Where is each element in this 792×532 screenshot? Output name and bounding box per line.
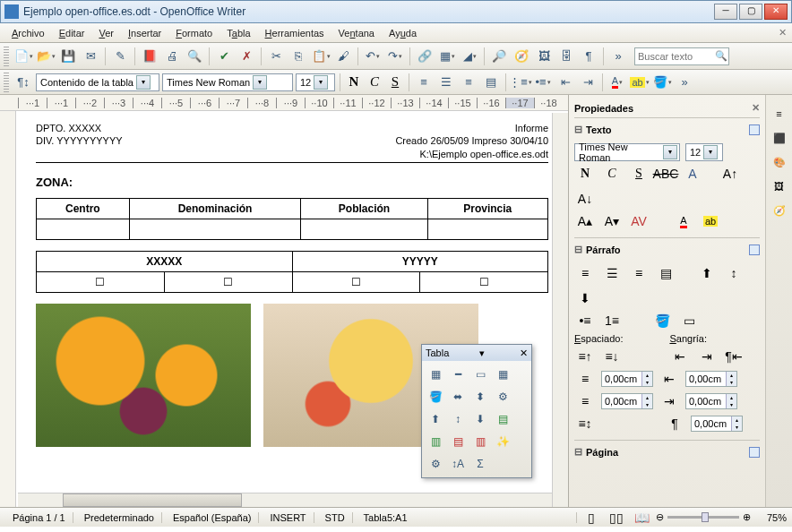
- subscript-button[interactable]: A▾: [601, 211, 623, 231]
- zoom-value[interactable]: 75%: [754, 512, 787, 523]
- pdf-button[interactable]: 📕: [140, 47, 159, 66]
- underline-button[interactable]: S: [386, 73, 404, 91]
- table-2[interactable]: XXXXX YYYYY ☐ ☐ ☐ ☐: [36, 251, 548, 293]
- redo-button[interactable]: ↷: [385, 47, 405, 66]
- menu-herramientas[interactable]: Herramientas: [259, 26, 331, 40]
- indent-right-spinner[interactable]: ▴▾: [685, 393, 737, 409]
- sidebar-size-combo[interactable]: 12▾: [685, 143, 723, 161]
- paste-button[interactable]: 📋: [311, 47, 331, 66]
- styles-button[interactable]: ¶↕: [13, 73, 33, 92]
- highlight-button[interactable]: ab: [700, 211, 721, 231]
- font-size-combo[interactable]: 12▾: [296, 73, 335, 91]
- optimize-button[interactable]: ⚙: [493, 387, 512, 407]
- numbering-button[interactable]: 1≡: [601, 311, 623, 330]
- copy-button[interactable]: ⎘: [288, 47, 308, 66]
- align-top-button[interactable]: ⬆: [426, 409, 445, 429]
- datasource-button[interactable]: 🗄: [556, 47, 576, 66]
- menu-ventana[interactable]: Ventana: [332, 26, 381, 40]
- split-cells-button[interactable]: ⬍: [470, 387, 490, 407]
- align-bot-button[interactable]: ⬇: [470, 409, 490, 429]
- cut-button[interactable]: ✂: [266, 47, 286, 66]
- align-left-button[interactable]: ≡: [414, 73, 434, 92]
- maximize-button[interactable]: ▢: [739, 4, 762, 20]
- menu-ayuda[interactable]: Ayuda: [383, 26, 423, 40]
- autospell-button[interactable]: ✗: [237, 47, 256, 66]
- valign-bot-button[interactable]: ⬇: [574, 288, 596, 308]
- char-spacing-button[interactable]: AV: [628, 211, 650, 231]
- cell[interactable]: [129, 219, 301, 239]
- th-yyyyy[interactable]: YYYYY: [292, 251, 548, 271]
- line-spacing-button[interactable]: ≡↕: [574, 414, 596, 433]
- draw-button[interactable]: ◢: [460, 47, 479, 66]
- sidebar-config-icon[interactable]: ≡: [769, 103, 790, 124]
- toolbar-overflow[interactable]: »: [675, 73, 694, 92]
- status-page[interactable]: Página 1 / 1: [5, 512, 73, 523]
- parrafo-heading[interactable]: Párrafo: [586, 245, 621, 255]
- gallery-button[interactable]: 🖼: [534, 47, 554, 66]
- line-color-button[interactable]: ▭: [470, 365, 490, 384]
- preview-button[interactable]: 🔍: [185, 47, 204, 66]
- cell[interactable]: [37, 219, 130, 239]
- dec-spacing-button[interactable]: ≡↓: [601, 347, 623, 366]
- zoom-slider[interactable]: ⊖ ⊕: [656, 511, 751, 523]
- cell[interactable]: [427, 219, 547, 239]
- horizontal-scrollbar[interactable]: [18, 493, 552, 507]
- delete-col-button[interactable]: ▥: [470, 432, 490, 451]
- edit-button[interactable]: ✎: [110, 47, 130, 66]
- th-xxxxx[interactable]: XXXXX: [37, 251, 293, 271]
- texto-heading[interactable]: Texto: [586, 124, 612, 135]
- sum-button[interactable]: Σ: [470, 454, 490, 474]
- borders-button[interactable]: ▦: [493, 365, 512, 384]
- hyperlink-button[interactable]: 🔗: [415, 47, 435, 66]
- open-button[interactable]: 📂: [36, 47, 56, 66]
- dec-indent-button[interactable]: ⇤: [669, 347, 691, 366]
- align-mid-button[interactable]: ↕: [448, 409, 468, 429]
- zoom-in-icon[interactable]: ⊕: [743, 511, 751, 523]
- chevron-down-icon[interactable]: ▾: [479, 348, 485, 359]
- align-justify-button[interactable]: ▤: [655, 263, 676, 283]
- para-style-combo[interactable]: Contenido de la tabla▾: [36, 73, 159, 91]
- navigator-button[interactable]: 🧭: [512, 47, 531, 66]
- space-after-spinner[interactable]: ▴▾: [601, 393, 653, 409]
- vertical-scrollbar[interactable]: [552, 113, 568, 507]
- merge-cells-button[interactable]: ⬌: [448, 387, 468, 407]
- horizontal-ruler[interactable]: ···1···1···2···3···4···5···6···7···8···9…: [0, 95, 568, 111]
- image-fruit[interactable]: [36, 304, 251, 447]
- tabla-floating-toolbar[interactable]: Tabla ▾ ✕ ▦ ━ ▭ ▦ 🪣 ⬌ ⬍ ⚙ ⬆ ↕ ⬇ ▤ ▥ ▤ ▥ …: [421, 344, 532, 478]
- indent-left-spinner[interactable]: ▴▾: [685, 371, 737, 387]
- toolbar-handle[interactable]: [4, 47, 9, 66]
- menu-insertar[interactable]: Insertar: [122, 26, 168, 40]
- hanging-indent-button[interactable]: ¶⇤: [723, 347, 745, 366]
- view-multi-icon[interactable]: ▯▯: [606, 508, 627, 528]
- sidebar-navigator-icon[interactable]: 🧭: [769, 200, 790, 221]
- table-insert-button[interactable]: ▦: [426, 365, 445, 384]
- toolbar-overflow[interactable]: »: [608, 47, 628, 66]
- email-button[interactable]: ✉: [81, 47, 100, 66]
- highlight-button[interactable]: ab: [630, 73, 650, 92]
- pagina-heading[interactable]: Página: [586, 447, 618, 458]
- outdent-button[interactable]: ⇤: [555, 73, 575, 92]
- menu-formato[interactable]: Formato: [169, 26, 219, 40]
- view-book-icon[interactable]: 📖: [631, 508, 652, 528]
- align-justify-button[interactable]: ▤: [481, 73, 501, 92]
- line-style-button[interactable]: ━: [448, 365, 468, 384]
- table-1[interactable]: Centro Denominación Población Provincia: [36, 198, 548, 240]
- table-button[interactable]: ▦: [437, 47, 457, 66]
- sidebar-properties-icon[interactable]: ⬛: [769, 127, 790, 149]
- space-before-spinner[interactable]: ▴▾: [601, 371, 653, 387]
- menu-editar[interactable]: Editar: [53, 26, 91, 40]
- autoformat-button[interactable]: ✨: [493, 432, 512, 451]
- align-right-button[interactable]: ≡: [459, 73, 478, 92]
- tabla-toolbar-header[interactable]: Tabla ▾ ✕: [422, 345, 531, 361]
- view-single-icon[interactable]: ▯: [581, 508, 602, 528]
- menu-archivo[interactable]: Archivo: [5, 26, 51, 40]
- shadow-button[interactable]: A: [682, 164, 703, 184]
- insert-col-button[interactable]: ▥: [426, 432, 445, 451]
- minimize-button[interactable]: ─: [714, 4, 737, 20]
- bold-button[interactable]: N: [345, 73, 363, 91]
- align-center-button[interactable]: ☰: [436, 73, 456, 92]
- section-more-icon[interactable]: [749, 124, 760, 135]
- underline-button[interactable]: S: [628, 164, 650, 184]
- table-props-button[interactable]: ⚙: [426, 454, 445, 474]
- section-more-icon[interactable]: [749, 447, 760, 458]
